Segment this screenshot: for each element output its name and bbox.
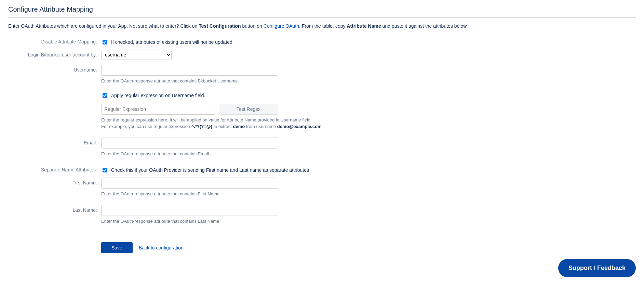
regex-help-2d: demo [233, 124, 245, 129]
regex-help-2c: to extract [212, 124, 233, 129]
intro-part3: . From the table, copy [299, 23, 347, 29]
apply-regex-text: Apply regular expression on Username fie… [111, 93, 205, 98]
email-label: Email: [8, 138, 101, 145]
regex-help-2a: For example, you can use regular express… [101, 124, 191, 129]
login-by-label: Login Bitbucket user account by: [8, 50, 101, 57]
last-name-help: Enter the OAuth-response attribute that … [101, 218, 409, 225]
last-name-label: Last Name: [8, 205, 101, 213]
disable-mapping-text: If checked, attributes of existing users… [111, 39, 234, 45]
configure-oauth-link[interactable]: Configure OAuth [264, 23, 299, 29]
intro-part2: button on [241, 23, 264, 29]
intro-text: Enter OAuth Attributes which are configu… [8, 23, 636, 30]
regex-help-line1: Enter the regular expression here. It wi… [101, 117, 312, 122]
page-title: Configure Attribute Mapping [8, 5, 636, 15]
disable-mapping-label: Disable Attribute Mapping: [8, 37, 101, 44]
regex-help-2b: ^.*?(?=@) [191, 124, 212, 129]
email-input[interactable] [101, 138, 278, 149]
regex-help-2e: from username [245, 124, 277, 129]
divider [8, 17, 636, 18]
regex-help: Enter the regular expression here. It wi… [101, 117, 409, 130]
username-help: Enter the OAuth-response attribute that … [101, 78, 409, 85]
intro-part1: Enter OAuth Attributes which are configu… [8, 23, 199, 29]
username-label: Username: [8, 65, 101, 73]
username-input[interactable] [101, 65, 278, 76]
back-to-config-link[interactable]: Back to configuration [139, 245, 184, 250]
login-by-select[interactable]: username [101, 50, 172, 60]
regex-input[interactable] [101, 104, 215, 115]
first-name-help: Enter the OAuth-response attribute that … [101, 191, 409, 197]
apply-regex-checkbox[interactable] [103, 93, 107, 98]
first-name-label: First Name: [8, 178, 101, 185]
separate-name-label: Separate Name Attributes: [8, 165, 101, 172]
regex-help-2f: demo@example.com [277, 124, 322, 129]
separate-name-checkbox[interactable] [103, 168, 107, 172]
first-name-input[interactable] [101, 178, 278, 189]
support-feedback-button[interactable]: Support / Feedback [558, 259, 636, 269]
save-button[interactable]: Save [101, 242, 133, 253]
last-name-input[interactable] [101, 205, 278, 216]
separate-name-text: Check this if your OAuth Provider is sen… [111, 167, 309, 173]
test-regex-button[interactable]: Test Regex [219, 104, 278, 115]
disable-mapping-checkbox[interactable] [103, 40, 107, 44]
intro-part4: and paste it against the attributes belo… [381, 23, 468, 29]
email-help: Enter the OAuth-response attribute that … [101, 151, 409, 157]
intro-bold-test-config: Test Configuration [199, 23, 241, 29]
intro-bold-attr-name: Attribute Name [347, 23, 381, 29]
